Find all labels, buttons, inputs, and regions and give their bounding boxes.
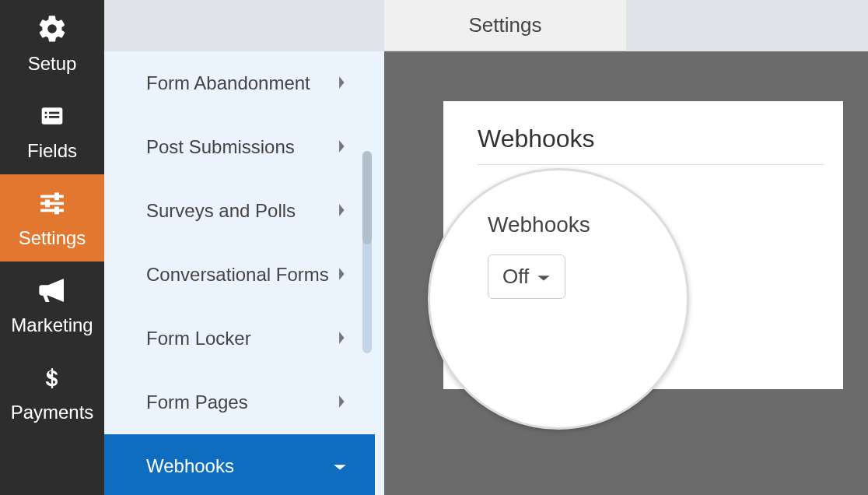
nav-item-settings[interactable]: Settings: [0, 174, 104, 262]
topbar: Settings: [384, 0, 868, 51]
settings-item-label: Surveys and Polls: [146, 200, 296, 222]
svg-rect-3: [45, 116, 47, 118]
nav-item-fields[interactable]: Fields: [0, 87, 104, 174]
settings-item-label: Form Locker: [146, 328, 251, 349]
svg-rect-9: [45, 200, 50, 208]
settings-item-conversational-forms[interactable]: Conversational Forms: [104, 243, 375, 307]
nav-item-marketing[interactable]: Marketing: [0, 262, 104, 349]
chevron-down-icon: [333, 455, 347, 477]
panel-title: Webhooks: [443, 101, 843, 164]
webhooks-toggle-select[interactable]: Off: [488, 255, 565, 299]
nav-item-setup[interactable]: Setup: [0, 0, 104, 87]
primary-nav: Setup Fields Settings Marketing Payments: [0, 0, 104, 495]
chevron-down-icon: [537, 265, 551, 289]
settings-item-form-abandonment[interactable]: Form Abandonment: [104, 51, 375, 115]
svg-rect-1: [45, 112, 47, 114]
settings-item-label: Conversational Forms: [146, 264, 329, 286]
divider: [478, 164, 824, 165]
nav-label: Fields: [27, 140, 77, 162]
magnifier-overlay: Webhooks Off: [428, 168, 689, 430]
nav-item-payments[interactable]: Payments: [0, 349, 104, 436]
select-value: Off: [502, 265, 529, 289]
chevron-right-icon: [338, 200, 347, 222]
chevron-right-icon: [338, 136, 347, 158]
svg-rect-8: [54, 193, 59, 201]
chevron-right-icon: [338, 391, 347, 413]
scrollbar-thumb[interactable]: [362, 151, 372, 244]
scrollbar[interactable]: [362, 151, 372, 353]
topbar-tab-blank[interactable]: [626, 0, 868, 51]
chevron-right-icon: [338, 328, 347, 349]
nav-label: Marketing: [11, 314, 93, 336]
svg-rect-2: [49, 112, 59, 114]
webhooks-field-label: Webhooks: [488, 212, 687, 237]
chevron-right-icon: [338, 72, 347, 94]
settings-item-form-pages[interactable]: Form Pages: [104, 370, 375, 434]
svg-rect-4: [49, 116, 59, 118]
nav-label: Setup: [28, 53, 77, 75]
settings-submenu: Form Abandonment Post Submissions Survey…: [104, 0, 384, 495]
svg-rect-6: [40, 202, 64, 205]
tab-label: Settings: [469, 13, 542, 37]
svg-rect-5: [40, 195, 64, 198]
megaphone-icon: [36, 274, 68, 307]
settings-item-label: Form Abandonment: [146, 72, 310, 94]
svg-rect-10: [54, 207, 59, 215]
settings-item-surveys-and-polls[interactable]: Surveys and Polls: [104, 179, 375, 243]
settings-item-form-locker[interactable]: Form Locker: [104, 307, 375, 370]
topbar-tab-settings[interactable]: Settings: [384, 0, 626, 51]
settings-item-label: Post Submissions: [146, 136, 295, 158]
sliders-icon: [36, 187, 68, 219]
settings-item-webhooks[interactable]: Webhooks: [104, 434, 375, 495]
content-area: Settings Webhooks Webhooks Off: [384, 0, 868, 495]
topbar-spacer: [104, 0, 384, 51]
settings-item-label: Webhooks: [146, 455, 234, 477]
nav-label: Settings: [19, 227, 86, 249]
chevron-right-icon: [338, 264, 347, 286]
gear-icon: [36, 12, 68, 45]
list-icon: [36, 100, 68, 132]
settings-item-post-submissions[interactable]: Post Submissions: [104, 115, 375, 179]
settings-item-label: Form Pages: [146, 391, 248, 413]
dollar-icon: [36, 361, 68, 394]
svg-rect-7: [40, 209, 64, 212]
nav-label: Payments: [11, 402, 94, 423]
